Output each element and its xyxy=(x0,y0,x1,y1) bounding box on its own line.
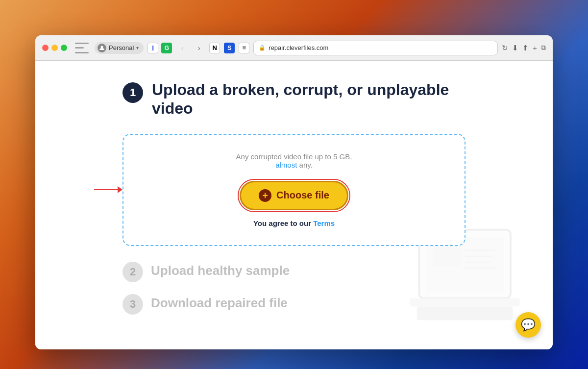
arrow-line xyxy=(94,189,118,190)
step2-badge: 2 xyxy=(122,262,143,282)
choose-file-label: Choose file xyxy=(276,190,329,201)
ext-note[interactable]: ≡ xyxy=(239,43,249,53)
close-button[interactable] xyxy=(42,45,49,51)
ext-notion[interactable]: N xyxy=(209,43,220,53)
step1-badge: 1 xyxy=(122,82,143,103)
terms-link[interactable]: Terms xyxy=(313,219,335,227)
terms-text: You agree to our Terms xyxy=(147,219,441,227)
ext-blue[interactable]: S xyxy=(224,43,235,53)
ext-icon-1[interactable]: I xyxy=(147,43,158,53)
svg-rect-3 xyxy=(433,246,460,266)
arrow-head xyxy=(118,186,122,193)
lock-icon: 🔒 xyxy=(259,45,266,51)
chat-icon: 💬 xyxy=(521,318,536,332)
profile-icon xyxy=(98,44,106,52)
tabs-icon[interactable]: ⧉ xyxy=(541,44,546,52)
toolbar-right: ↻ ⬇ ⬆ + ⧉ xyxy=(502,44,546,52)
browser-toolbar: Personal ▾ I G ‹ › N S ≡ 🔒 repair.clever… xyxy=(35,35,553,61)
sidebar-toggle[interactable] xyxy=(75,43,89,53)
maximize-button[interactable] xyxy=(61,45,67,51)
download-icon[interactable]: ⬇ xyxy=(512,44,518,52)
upload-box: Any corrupted video file up to 5 GB, alm… xyxy=(122,134,466,246)
minimize-button[interactable] xyxy=(51,45,58,51)
step3-badge: 3 xyxy=(122,294,143,315)
step1-title: Upload a broken, corrupt, or unplayable … xyxy=(152,80,466,118)
chat-bubble[interactable]: 💬 xyxy=(515,312,541,338)
step2-label: Upload healthy sample xyxy=(151,263,290,278)
profile-chevron: ▾ xyxy=(136,45,139,50)
svg-rect-8 xyxy=(410,298,520,306)
extension-icons: I G xyxy=(147,43,172,53)
traffic-lights xyxy=(42,45,67,51)
step1-header: 1 Upload a broken, corrupt, or unplayabl… xyxy=(122,80,466,118)
page-content: 1 Upload a broken, corrupt, or unplayabl… xyxy=(35,61,553,349)
upload-description: Any corrupted video file up to 5 GB, alm… xyxy=(147,152,441,169)
plus-icon: + xyxy=(259,189,271,202)
arrow-indicator xyxy=(94,186,122,193)
share-icon[interactable]: ⬆ xyxy=(522,44,529,52)
ext-icon-2[interactable]: G xyxy=(161,43,172,53)
choose-file-button[interactable]: + Choose file xyxy=(240,181,348,210)
new-tab-icon[interactable]: + xyxy=(533,44,537,52)
profile-label: Personal xyxy=(109,44,134,51)
profile-pill[interactable]: Personal ▾ xyxy=(95,42,144,54)
reload-icon[interactable]: ↻ xyxy=(502,44,508,52)
browser-window: Personal ▾ I G ‹ › N S ≡ 🔒 repair.clever… xyxy=(35,35,553,349)
url-text: repair.cleverfiles.com xyxy=(269,44,328,51)
step3-label: Download repaired file xyxy=(151,295,288,311)
almost-link[interactable]: almost xyxy=(275,161,297,169)
svg-point-0 xyxy=(101,46,103,48)
svg-rect-9 xyxy=(417,306,513,320)
forward-button[interactable]: › xyxy=(193,42,205,54)
back-button[interactable]: ‹ xyxy=(176,42,189,54)
address-bar[interactable]: 🔒 repair.cleverfiles.com xyxy=(253,41,498,55)
